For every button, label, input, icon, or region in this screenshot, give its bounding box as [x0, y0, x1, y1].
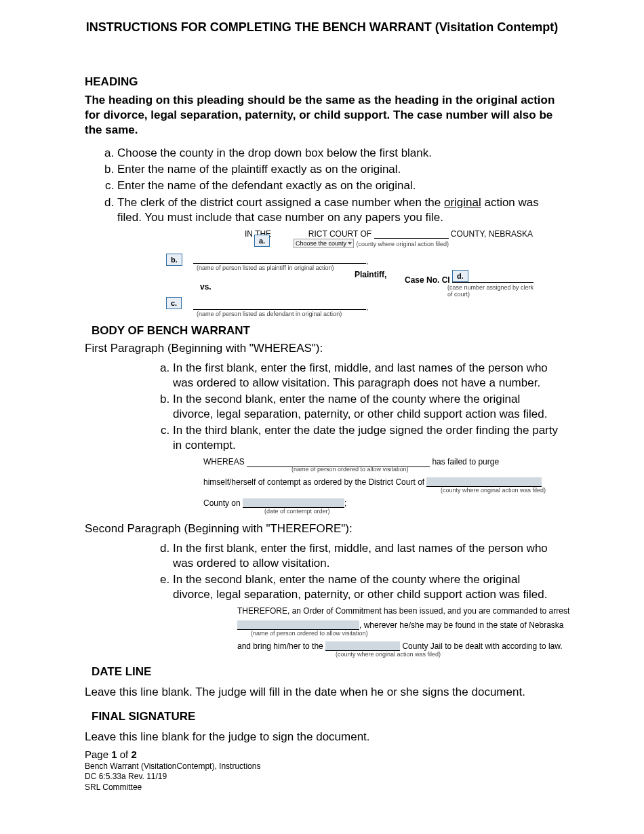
diagram3-wherever: , wherever he/she may be found in the st…: [359, 620, 564, 630]
therefore-diagram: THEREFORE, an Order of Commitment has be…: [237, 606, 583, 658]
second-paragraph-list: In the first blank, enter the first, mid…: [85, 541, 559, 602]
county-dropdown[interactable]: Choose the county: [294, 239, 354, 248]
whereas-diagram: WHEREAS has failed to purge (name of per…: [203, 457, 569, 515]
page-title: INSTRUCTIONS FOR COMPLETING THE BENCH WA…: [85, 20, 559, 35]
diagram1-county-filed-label: (county where original action filed): [356, 241, 449, 247]
page-footer: Page 1 of 2 Bench Warrant (VisitationCon…: [85, 748, 559, 793]
diagram2-has-failed: has failed to purge: [432, 457, 499, 466]
diagram1-county-ne: COUNTY, NEBRASKA: [451, 229, 533, 239]
footer-page-total: 2: [131, 749, 136, 760]
heading-section-label: HEADING: [85, 75, 559, 89]
second-item-e: In the second blank, enter the name of t…: [173, 572, 559, 602]
callout-c: c.: [166, 297, 182, 309]
diagram1-plaintiff-label: (name of person listed as plaintiff in o…: [197, 264, 334, 271]
diagram1-plaintiff-word: Plaintiff,: [355, 270, 386, 279]
diagram3-therefore: THEREFORE, an Order of Commitment has be…: [237, 606, 583, 616]
footer-page-pre: Page: [85, 749, 111, 760]
heading-item-c: Enter the name of the defendant exactly …: [117, 178, 559, 193]
footer-page-mid: of: [117, 749, 132, 760]
diagram1-vs: vs.: [200, 282, 212, 292]
first-paragraph-list: In the first blank, enter the first, mid…: [85, 361, 559, 454]
heading-item-d-pre: The clerk of the district court assigned…: [117, 196, 444, 209]
diagram2-name-label: (name of person ordered to allow visitat…: [291, 466, 569, 473]
heading-item-b: Enter the name of the plaintiff exactly …: [117, 162, 559, 177]
callout-b: b.: [166, 254, 182, 266]
diagram2-whereas: WHEREAS: [203, 457, 245, 466]
diagram1-def-label: (name of person listed as defendant in o…: [197, 311, 342, 317]
final-signature-label: FINAL SIGNATURE: [92, 710, 559, 723]
diagram2-date-label: (date of contempt order): [264, 508, 569, 515]
heading-item-d: The clerk of the district court assigned…: [117, 195, 559, 225]
first-item-a: In the first blank, enter the first, mid…: [173, 361, 559, 391]
body-section-label: BODY OF BENCH WARRANT: [92, 324, 559, 338]
diagram3-county-label: (county where original action was filed): [336, 651, 583, 658]
first-item-c: In the third blank, enter the date the j…: [173, 423, 559, 453]
second-paragraph-intro: Second Paragraph (Beginning with "THEREF…: [85, 522, 559, 536]
heading-list: Choose the county in the drop down box b…: [85, 146, 559, 224]
final-signature-text: Leave this line blank for the judge to s…: [85, 730, 559, 744]
footer-line3: SRL Committee: [85, 782, 559, 793]
diagram2-county-label: (county where original action was filed): [441, 487, 569, 494]
callout-a: a.: [254, 235, 270, 247]
footer-line2: DC 6:5.33a Rev. 11/19: [85, 772, 559, 782]
diagram1-court-of: RICT COURT OF: [308, 229, 371, 239]
second-item-d: In the first blank, enter the first, mid…: [173, 541, 559, 571]
callout-d: d.: [452, 270, 468, 282]
caption-diagram: IN THE RICT COURT OF COUNTY, NEBRASKA Ch…: [159, 229, 539, 317]
heading-item-d-underline: original: [444, 196, 481, 209]
footer-line1: Bench Warrant (VisitationContempt), Inst…: [85, 761, 559, 772]
diagram3-bring: and bring him/her to the: [237, 641, 323, 651]
date-line-text: Leave this line blank. The judge will fi…: [85, 686, 559, 699]
diagram1-case-no: Case No. CI: [405, 275, 450, 285]
first-paragraph-intro: First Paragraph (Beginning with "WHEREAS…: [85, 342, 559, 355]
diagram3-name-label: (name of person ordered to allow visitat…: [251, 630, 583, 637]
heading-item-a: Choose the county in the drop down box b…: [117, 146, 559, 161]
date-line-label: DATE LINE: [92, 665, 559, 679]
document-page: INSTRUCTIONS FOR COMPLETING THE BENCH WA…: [0, 0, 644, 806]
diagram2-county-on: County on: [203, 498, 241, 508]
diagram3-jail: County Jail to be dealt with according t…: [402, 641, 562, 651]
diagram2-himself: himself/herself of contempt as ordered b…: [203, 477, 424, 487]
first-item-b: In the second blank, enter the name of t…: [173, 392, 559, 422]
footer-page-num: 1: [111, 749, 117, 760]
diagram1-case-label: (case number assigned by clerk of court): [447, 284, 539, 298]
heading-intro: The heading on this pleading should be t…: [85, 93, 559, 138]
